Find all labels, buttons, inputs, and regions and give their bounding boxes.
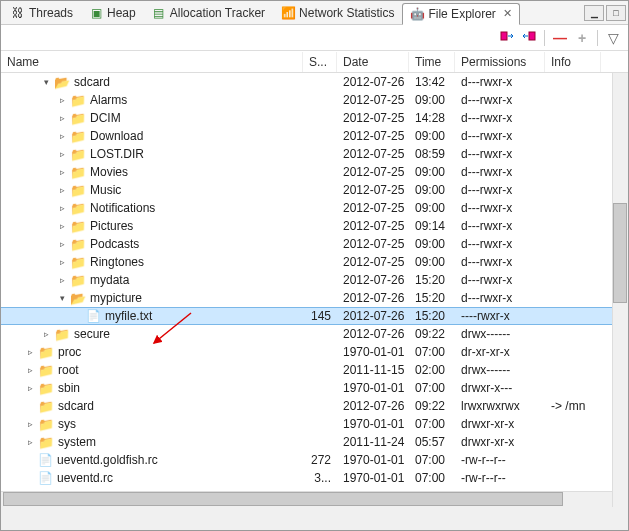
expand-icon[interactable]: ▹ <box>25 437 36 448</box>
expand-icon[interactable]: ▹ <box>57 257 68 268</box>
cell-perm: -rw-r--r-- <box>455 453 545 467</box>
cell-size: 3... <box>303 471 337 485</box>
file-name: proc <box>58 345 81 359</box>
table-row[interactable]: ▹📁sys1970-01-0107:00drwxr-xr-x <box>1 415 628 433</box>
file-icon: 📄 <box>38 453 53 467</box>
table-row[interactable]: 📄ueventd.rc3...1970-01-0107:00-rw-r--r-- <box>1 469 628 487</box>
table-row[interactable]: ▹📁Podcasts2012-07-2509:00d---rwxr-x <box>1 235 628 253</box>
cell-perm: drwxr-x--- <box>455 381 545 395</box>
expand-icon[interactable]: ▹ <box>57 149 68 160</box>
folder-icon: 📁 <box>38 381 54 396</box>
add-button[interactable]: + <box>573 29 591 47</box>
expand-icon[interactable]: ▹ <box>57 221 68 232</box>
cell-date: 2012-07-25 <box>337 255 409 269</box>
file-name: sdcard <box>58 399 94 413</box>
col-date[interactable]: Date <box>337 52 409 72</box>
table-row[interactable]: ▹📁sbin1970-01-0107:00drwxr-x--- <box>1 379 628 397</box>
table-row[interactable]: ▹📁DCIM2012-07-2514:28d---rwxr-x <box>1 109 628 127</box>
table-row[interactable]: ▹📁Notifications2012-07-2509:00d---rwxr-x <box>1 199 628 217</box>
close-icon[interactable]: ✕ <box>503 7 512 20</box>
expand-icon[interactable]: ▹ <box>25 419 36 430</box>
cell-time: 07:00 <box>409 345 455 359</box>
expand-icon[interactable]: ▹ <box>57 113 68 124</box>
table-row[interactable]: ▾📂mypicture2012-07-2615:20d---rwxr-x <box>1 289 628 307</box>
cell-time: 09:00 <box>409 183 455 197</box>
delete-button[interactable]: — <box>551 29 569 47</box>
expand-icon[interactable]: ▹ <box>57 185 68 196</box>
heap-icon: ▣ <box>89 6 103 20</box>
pull-file-button[interactable] <box>498 29 516 47</box>
cell-time: 09:22 <box>409 399 455 413</box>
expand-icon[interactable]: ▹ <box>25 383 36 394</box>
table-row[interactable]: ▹📁Download2012-07-2509:00d---rwxr-x <box>1 127 628 145</box>
table-row[interactable]: ▾📂sdcard2012-07-2613:42d---rwxr-x <box>1 73 628 91</box>
file-name: myfile.txt <box>105 309 152 323</box>
view-menu-button[interactable]: ▽ <box>604 29 622 47</box>
file-name: system <box>58 435 96 449</box>
tab-allocation-tracker[interactable]: ▤Allocation Tracker <box>144 2 273 24</box>
cell-info: -> /mn <box>545 399 601 413</box>
cell-time: 09:00 <box>409 237 455 251</box>
cell-date: 2011-11-15 <box>337 363 409 377</box>
file-name: root <box>58 363 79 377</box>
table-row[interactable]: ▹📁LOST.DIR2012-07-2508:59d---rwxr-x <box>1 145 628 163</box>
tab-file-explorer[interactable]: 🤖File Explorer✕ <box>402 3 519 25</box>
push-file-button[interactable] <box>520 29 538 47</box>
expand-icon[interactable]: ▹ <box>41 329 52 340</box>
expand-icon[interactable]: ▹ <box>57 131 68 142</box>
table-row[interactable]: ▹📁proc1970-01-0107:00dr-xr-xr-x <box>1 343 628 361</box>
cell-date: 2012-07-25 <box>337 165 409 179</box>
col-info[interactable]: Info <box>545 52 601 72</box>
tab-heap[interactable]: ▣Heap <box>81 2 144 24</box>
tab-network-statistics[interactable]: 📶Network Statistics <box>273 2 402 24</box>
col-size[interactable]: S... <box>303 52 337 72</box>
folder-icon: 📁 <box>70 201 86 216</box>
cell-time: 15:20 <box>409 309 455 323</box>
table-row[interactable]: ▹📁Music2012-07-2509:00d---rwxr-x <box>1 181 628 199</box>
col-name[interactable]: Name <box>1 52 303 72</box>
folder-icon: 📁 <box>70 165 86 180</box>
folder-icon: 📁 <box>70 93 86 108</box>
table-row[interactable]: 📄myfile.txt1452012-07-2615:20----rwxr-x <box>1 307 628 325</box>
vertical-scrollbar[interactable] <box>612 73 628 507</box>
cell-perm: -rw-r--r-- <box>455 471 545 485</box>
folder-icon: 📁 <box>70 219 86 234</box>
cell-date: 1970-01-01 <box>337 345 409 359</box>
collapse-icon[interactable]: ▾ <box>57 293 68 304</box>
tab-label: File Explorer <box>428 7 495 21</box>
table-row[interactable]: 📁sdcard2012-07-2609:22lrwxrwxrwx-> /mn <box>1 397 628 415</box>
expand-icon[interactable]: ▹ <box>57 167 68 178</box>
tab-threads[interactable]: ⛓Threads <box>3 2 81 24</box>
maximize-button[interactable]: □ <box>606 5 626 21</box>
cell-perm: d---rwxr-x <box>455 237 545 251</box>
expand-icon[interactable]: ▹ <box>57 239 68 250</box>
cell-date: 2012-07-25 <box>337 147 409 161</box>
table-row[interactable]: ▹📁Alarms2012-07-2509:00d---rwxr-x <box>1 91 628 109</box>
horizontal-scrollbar[interactable] <box>1 491 612 507</box>
table-row[interactable]: ▹📁Ringtones2012-07-2509:00d---rwxr-x <box>1 253 628 271</box>
col-time[interactable]: Time <box>409 52 455 72</box>
file-icon: 📄 <box>38 471 53 485</box>
file-name: ueventd.rc <box>57 471 113 485</box>
table-row[interactable]: ▹📁system2011-11-2405:57drwxr-xr-x <box>1 433 628 451</box>
expand-icon[interactable]: ▹ <box>57 203 68 214</box>
collapse-icon[interactable]: ▾ <box>41 77 52 88</box>
threads-icon: ⛓ <box>11 6 25 20</box>
table-row[interactable]: ▹📁Pictures2012-07-2509:14d---rwxr-x <box>1 217 628 235</box>
svg-rect-1 <box>529 32 535 40</box>
expand-icon[interactable]: ▹ <box>57 95 68 106</box>
cell-time: 15:20 <box>409 273 455 287</box>
alloc-icon: ▤ <box>152 6 166 20</box>
table-row[interactable]: ▹📁mydata2012-07-2615:20d---rwxr-x <box>1 271 628 289</box>
expand-icon[interactable]: ▹ <box>57 275 68 286</box>
file-name: Alarms <box>90 93 127 107</box>
minimize-button[interactable]: ▁ <box>584 5 604 21</box>
col-permissions[interactable]: Permissions <box>455 52 545 72</box>
table-row[interactable]: ▹📁secure2012-07-2609:22drwx------ <box>1 325 628 343</box>
expand-icon[interactable]: ▹ <box>25 347 36 358</box>
expand-icon[interactable]: ▹ <box>25 365 36 376</box>
table-row[interactable]: 📄ueventd.goldfish.rc2721970-01-0107:00-r… <box>1 451 628 469</box>
cell-time: 09:00 <box>409 93 455 107</box>
table-row[interactable]: ▹📁root2011-11-1502:00drwx------ <box>1 361 628 379</box>
table-row[interactable]: ▹📁Movies2012-07-2509:00d---rwxr-x <box>1 163 628 181</box>
